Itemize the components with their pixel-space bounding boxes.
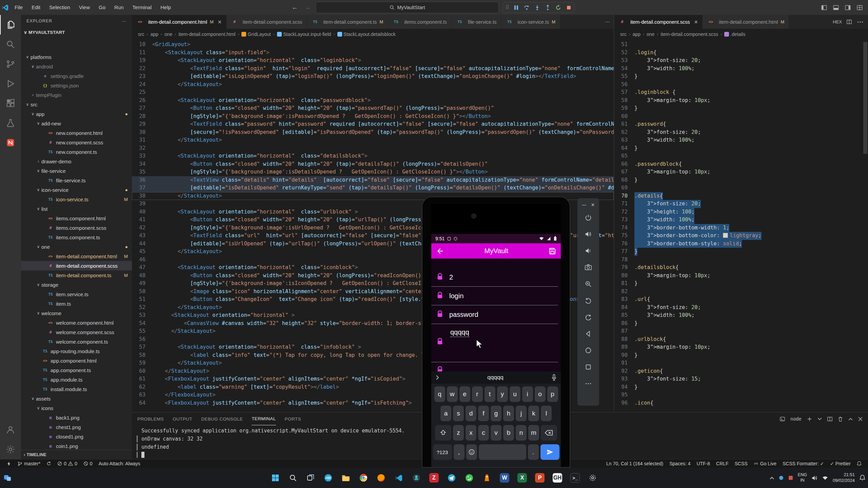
activitybar-search[interactable]	[0, 35, 21, 54]
close-icon[interactable]	[858, 417, 863, 421]
breadcrumb-item[interactable]: app	[633, 32, 640, 37]
tree-item[interactable]: TSapp-routing.module.ts	[21, 346, 132, 356]
breadcrumb[interactable]: src›app›one›item-detail.component.scss›.…	[614, 29, 868, 40]
backspace-key-icon[interactable]	[541, 425, 557, 441]
menu-terminal[interactable]: Terminal	[128, 0, 156, 15]
back-arrow-icon[interactable]	[436, 247, 444, 255]
debug-pause-icon[interactable]	[513, 5, 519, 11]
statusbar-item[interactable]: Spaces: 4	[666, 460, 693, 468]
tree-item[interactable]: ∨add-new	[21, 119, 132, 128]
tree-item[interactable]: #welcome.component.scss	[21, 327, 132, 337]
mic-icon[interactable]	[547, 374, 561, 381]
debug-stop-icon[interactable]	[566, 5, 572, 11]
menu-help[interactable]: Help	[156, 0, 175, 15]
explorer-actions-icon[interactable]: ⋯	[122, 19, 127, 24]
tree-item[interactable]: TSitems.component.ts	[21, 232, 132, 242]
key-i[interactable]: i	[522, 386, 533, 402]
chevron-down-icon[interactable]	[817, 418, 822, 421]
tree-item[interactable]: ∨assets	[21, 394, 132, 403]
key-j[interactable]: j	[516, 406, 527, 421]
statusbar-item[interactable]: SCSS	[732, 460, 751, 468]
key-c[interactable]: c	[478, 425, 489, 441]
drag-grip-icon[interactable]: ⠿	[506, 4, 509, 11]
taskbar-android-studio-icon[interactable]	[409, 471, 423, 485]
key-t[interactable]: t	[485, 386, 495, 402]
taskbar-chrome-icon[interactable]	[356, 471, 371, 485]
taskbar-telegram-icon[interactable]	[445, 471, 459, 485]
tree-item[interactable]: ∨platforms	[21, 52, 132, 62]
tree-item[interactable]: ∨src	[21, 100, 132, 109]
tree-item[interactable]: <>app.component.html	[21, 356, 132, 365]
statusbar-item-bell[interactable]	[854, 460, 865, 468]
menu-view[interactable]: View	[75, 0, 94, 15]
tree-item[interactable]: ∨app●	[21, 109, 132, 119]
key-d[interactable]: d	[466, 406, 476, 421]
statusbar-item-branch[interactable]: master*	[15, 460, 43, 468]
key-r[interactable]: r	[472, 386, 483, 402]
language-indicator[interactable]: ENG IN	[798, 472, 807, 483]
tree-item[interactable]: ∨icons	[21, 403, 132, 413]
statusbar-item-forbidden[interactable]: 0	[80, 460, 96, 468]
statusbar-item-sync[interactable]	[43, 460, 54, 468]
taskbar-task-view-icon[interactable]	[303, 471, 318, 485]
editor-tab[interactable]: <>item-detail.component.htmlM	[703, 15, 789, 29]
expand-chevron-icon[interactable]	[431, 375, 443, 380]
tree-item[interactable]: <>item-detail.component.htmlM	[21, 251, 132, 261]
editor-tab[interactable]: TSfile-service.ts	[452, 15, 501, 29]
tree-item[interactable]: TSinstall.module.ts	[21, 384, 132, 394]
tray-app-icon[interactable]	[788, 475, 793, 480]
breadcrumb-item[interactable]: .details	[724, 32, 745, 37]
statusbar-item-remote[interactable]	[3, 460, 15, 468]
breadcrumb-item[interactable]: item-detail.component.scss	[660, 32, 718, 37]
tree-item[interactable]: <>welcome.component.html	[21, 318, 132, 327]
key-z[interactable]: z	[453, 425, 464, 441]
menu-file[interactable]: File	[10, 0, 27, 15]
terminal-sh-icon[interactable]	[780, 416, 785, 422]
activitybar-testing[interactable]	[0, 113, 21, 133]
details-field[interactable]: qqqqq	[431, 326, 558, 362]
editor-tab[interactable]: #item-detail.component.scss	[226, 15, 307, 29]
key-x[interactable]: x	[466, 425, 476, 441]
tree-item[interactable]: <>items.component.html	[21, 214, 132, 223]
breadcrumb-item[interactable]: StackLayout.detailsblock	[337, 32, 396, 37]
tray-app-icon[interactable]	[779, 475, 784, 480]
breadcrumb-item[interactable]: one	[164, 32, 172, 37]
tree-item[interactable]: TSitem.ts	[21, 299, 132, 308]
breadcrumb-item[interactable]: src	[620, 32, 627, 37]
taskbar-whatsapp-icon[interactable]	[462, 471, 476, 485]
tree-item[interactable]: {}settings.json	[21, 81, 132, 90]
breadcrumb-item[interactable]: StackLayout.input-field	[277, 32, 331, 37]
taskbar-file-explorer-icon[interactable]	[339, 471, 353, 485]
key-h[interactable]: h	[503, 406, 514, 421]
tree-item[interactable]: TSwelcome.component.ts	[21, 337, 132, 346]
tree-item[interactable]: ›drawer-demo	[21, 157, 132, 166]
emulator-home-button[interactable]	[581, 342, 595, 359]
tabbar-action-hex[interactable]: HEX	[833, 19, 842, 24]
tree-item[interactable]: ▨closed1.png	[21, 432, 132, 441]
emulator-rotate-right-button[interactable]	[581, 309, 595, 325]
taskbar-github-icon[interactable]: GH	[550, 471, 565, 485]
space-key[interactable]	[479, 444, 526, 460]
panel-tab-output[interactable]: OUTPUT	[173, 416, 192, 422]
project-root[interactable]: ∨ MYVAULTSTART	[21, 27, 132, 37]
key-b[interactable]: b	[503, 425, 514, 441]
tree-item[interactable]: TSnew.component.ts	[21, 147, 132, 157]
debug-restart-icon[interactable]	[555, 5, 561, 11]
tree-item[interactable]: TSfile-service.ts	[21, 176, 132, 185]
menu-edit[interactable]: Edit	[27, 0, 45, 15]
emulator-minimize-icon[interactable]: —	[582, 202, 586, 207]
tree-item[interactable]: ▨back1.png	[21, 413, 132, 422]
editor-tab[interactable]: TSicon-service.tsM	[501, 15, 560, 29]
notification-bell-icon[interactable]	[860, 475, 865, 481]
breadcrumb-item[interactable]: item-detail.component.html	[178, 32, 235, 37]
statusbar-item-error[interactable]: 00	[54, 460, 80, 468]
tray-chevron-icon[interactable]	[770, 476, 774, 480]
menu-go[interactable]: Go	[94, 0, 110, 15]
key-v[interactable]: v	[491, 425, 501, 441]
emulator-volume-down-button[interactable]	[581, 242, 595, 259]
key-s[interactable]: s	[453, 406, 464, 421]
toggle-sidebar-icon[interactable]	[821, 5, 827, 11]
editor-tab[interactable]: <>item-detail.component.htmlM✕	[132, 15, 226, 29]
activitybar-accounts[interactable]	[0, 420, 21, 440]
debug-step-over-icon[interactable]	[524, 5, 530, 11]
